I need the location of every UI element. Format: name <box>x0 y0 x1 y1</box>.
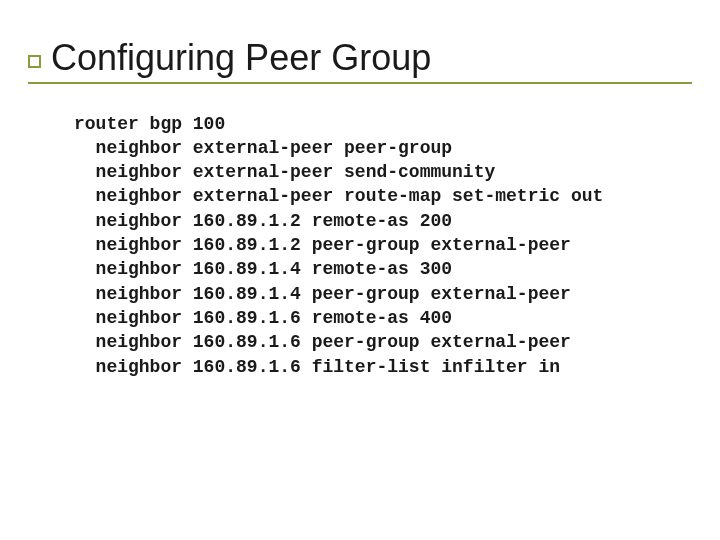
slide-title: Configuring Peer Group <box>51 38 431 78</box>
title-bullet-icon <box>28 55 41 68</box>
config-code-block: router bgp 100 neighbor external-peer pe… <box>28 112 692 379</box>
slide: Configuring Peer Group router bgp 100 ne… <box>0 0 720 540</box>
title-row: Configuring Peer Group <box>28 38 692 84</box>
